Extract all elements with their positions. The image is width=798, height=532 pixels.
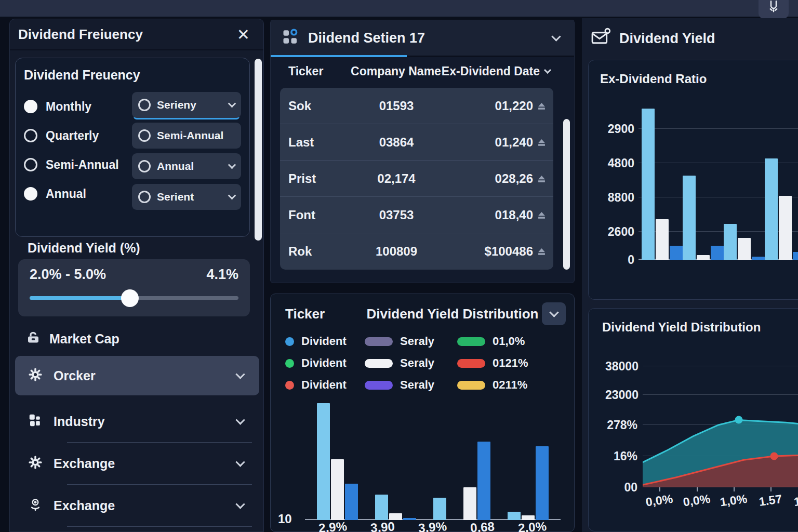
x-tick-label: 3,90 [358,518,408,532]
row-divider [67,484,252,485]
left-panel-scrollbar[interactable] [255,59,262,241]
cell-ticker: Rok [288,244,349,259]
bar-blue[interactable] [711,246,724,260]
y-tick-label: 0 [602,253,634,267]
bar-light-blue[interactable] [724,224,737,260]
bar-group [463,403,490,520]
bar-white[interactable] [463,487,476,520]
bar-blue[interactable] [536,446,549,520]
cell-ex-dividend: 01,240 [444,135,546,150]
dropdown-serieny[interactable]: Serieny [132,92,241,118]
legend-dot-icon [285,337,294,346]
sort-eject-icon[interactable] [537,208,546,222]
dropdown-serient[interactable]: Serient [132,184,241,210]
bar-light-blue[interactable] [375,495,388,521]
radio-icon [24,187,37,201]
cell-ex-dividend: 01,220 [444,99,546,113]
bar-light-blue[interactable] [508,512,521,520]
y-tick-label: 00 [605,481,637,495]
x-axis-labels: 0,0%0,0%1,0%1.5716% [643,487,798,511]
yield-slider-track[interactable] [30,296,238,300]
table-row[interactable]: Font03753018,40 [280,197,553,233]
bar-light-blue[interactable] [433,498,446,520]
sort-eject-icon[interactable] [537,99,546,113]
bar-blue[interactable] [752,257,765,260]
legend-value: 0211% [493,378,527,392]
x-tick [659,487,660,491]
radio-label: Semi-Annual [46,158,119,172]
bar-light-blue[interactable] [642,109,655,260]
bar-group [433,403,446,520]
bar-white[interactable] [779,196,792,260]
y-tick-label: 2600 [602,225,634,239]
bar-white[interactable] [738,238,751,260]
sort-eject-icon[interactable] [537,135,546,150]
table-row[interactable]: Sok0159301,220 [280,88,553,124]
sidebar-item-industry[interactable]: Industry [15,403,259,440]
dividend-table-header: Diidend Setien 17 [271,20,574,57]
bar-blue[interactable] [670,246,683,260]
radio-option-monthly[interactable]: Monthly [24,92,119,121]
yield-slider-card: 2.0% - 5.0% 4.1% [18,259,250,316]
table-row[interactable]: Rok100809$100486 [280,233,553,270]
cell-ticker: Sok [288,99,349,113]
chevron-down-icon [235,499,245,509]
bar-light-blue[interactable] [317,403,330,520]
radio-icon [138,129,151,142]
cell-company: 01593 [349,99,444,113]
bar-light-blue[interactable] [765,158,778,260]
legend-pill-icon [365,337,393,346]
radio-icon [138,191,151,203]
chevron-down-icon [228,100,236,108]
bar-blue[interactable] [345,484,358,520]
bar-white[interactable] [522,515,535,520]
bar-group [375,403,416,520]
notification-button[interactable] [759,0,789,19]
cell-company: 03864 [349,135,444,150]
col-ticker: Ticker [288,64,351,78]
frequency-filter-card: Dividend Freuency MonthlyQuarterlySemi-A… [15,58,250,237]
dividend-table-card: Diidend Setien 17 Ticker Company Name Ex… [270,20,575,283]
table-row[interactable]: Prist02,174028,26 [280,161,553,197]
chevron-down-icon[interactable] [551,32,561,41]
radio-label: Quarterly [46,129,99,143]
table-row[interactable]: Last0386401,240 [280,124,553,161]
close-icon[interactable]: ✕ [237,25,250,44]
bar-white[interactable] [697,255,710,260]
bar-blue[interactable] [793,252,798,260]
frequency-radio-list: MonthlyQuarterlySemi-AnnualAnnual [24,92,119,210]
cell-company: 03753 [349,208,444,222]
dropdown-annual[interactable]: Annual [132,153,241,179]
bar-blue[interactable] [477,442,490,520]
radio-option-semi-annual[interactable]: Semi-Annual [24,150,119,179]
sidebar-item-orcker[interactable]: Orcker [15,356,259,395]
sidebar-item-exchange[interactable]: Exchange [15,487,259,524]
sidebar-item-exchange[interactable]: Exchange [15,445,259,482]
panel-title: Dividend Yield [619,31,715,47]
dropdown-semi-annual[interactable]: Semi-Annual [132,123,241,149]
active-tab-indicator [271,55,407,57]
sort-chevron-icon [544,66,551,74]
x-tick-label: 16% [793,492,798,509]
radio-option-annual[interactable]: Annual [24,179,119,208]
sort-eject-icon[interactable] [537,244,546,259]
col-ex-dividend-date[interactable]: Ex-Dividend Date [441,64,550,78]
chart-title: Dividend Yield Distribution [363,306,542,322]
yield-slider-thumb[interactable] [121,289,139,307]
legend-value-pill-icon [457,337,485,346]
sidebar-item-label: Industry [54,414,227,429]
bar-white[interactable] [331,459,344,520]
cell-company: 02,174 [349,171,444,186]
chart-collapse-button[interactable] [542,302,566,325]
chevron-down-icon [235,457,245,467]
cell-ticker: Prist [288,171,349,186]
legend-dot-icon [285,381,294,390]
legend-value: 01,0% [493,335,525,348]
bar-white[interactable] [656,219,669,260]
sort-eject-icon[interactable] [537,171,546,186]
radio-option-quarterly[interactable]: Quarterly [24,121,119,150]
table-scrollbar[interactable] [563,119,570,270]
bar-light-blue[interactable] [683,176,696,260]
x-tick-label: 3,9% [408,518,458,532]
frequency-dropdown-list: SerienySemi-AnnualAnnualSerient [132,92,241,210]
